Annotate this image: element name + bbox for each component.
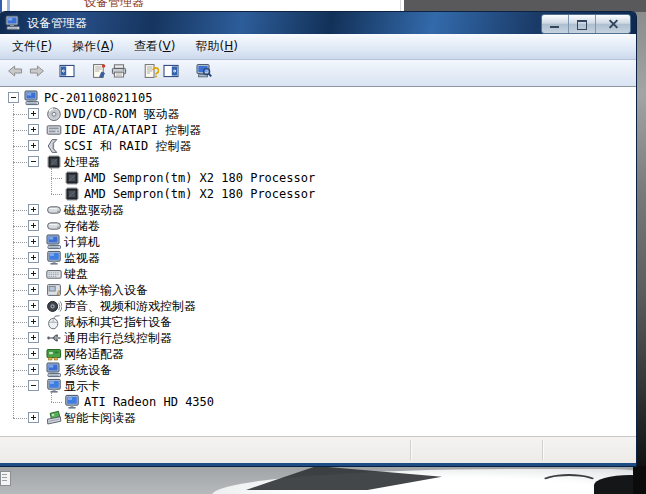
print-icon (111, 63, 127, 83)
expander-plus-icon[interactable] (28, 124, 39, 135)
status-separator (410, 440, 411, 460)
tree-connector-line (13, 338, 27, 339)
help-menu[interactable]: 帮助(H) (187, 36, 245, 57)
tree-connector-line (13, 162, 27, 163)
wallpaper-car-headlight (540, 474, 598, 491)
back-arrow-button[interactable] (6, 64, 24, 82)
smart-card-reader-icon (46, 410, 62, 426)
computer-icon (46, 234, 62, 250)
expander-plus-icon[interactable] (28, 204, 39, 215)
expander-plus-icon[interactable] (28, 268, 39, 279)
tree-item[interactable]: 处理器 (0, 154, 636, 170)
usb-icon (46, 330, 62, 346)
action-pane-icon (163, 63, 179, 83)
tree-connector-line (13, 274, 27, 275)
tree-connector-line (13, 354, 27, 355)
tree-item[interactable]: 人体学输入设备 (0, 282, 636, 298)
tree-connector-line (13, 258, 27, 259)
expander-plus-icon[interactable] (28, 140, 39, 151)
maximize-button[interactable] (569, 15, 596, 33)
background-dark-area (404, 0, 646, 12)
processor-icon (64, 170, 80, 186)
expander-plus-icon[interactable] (28, 108, 39, 119)
monitor-icon (46, 378, 62, 394)
background-window-edge (0, 0, 2, 12)
tree-item[interactable]: 网络适配器 (0, 346, 636, 362)
tree-item-label: DVD/CD-ROM 驱动器 (64, 106, 179, 122)
tree-connector-line (13, 226, 27, 227)
action-menu[interactable]: 操作(A) (64, 36, 122, 57)
expander-plus-icon[interactable] (28, 364, 39, 375)
tree-item[interactable]: 鼠标和其它指针设备 (0, 314, 636, 330)
scsi-controller-icon (46, 138, 62, 154)
tree-item-label: 显示卡 (64, 378, 100, 394)
tree-item[interactable]: 监视器 (0, 250, 636, 266)
tree-view-panel: PC-201108021105DVD/CD-ROM 驱动器IDE ATA/ATA… (0, 86, 636, 436)
background-window-strip: 设备管理器 (0, 0, 646, 12)
forward-arrow-button[interactable] (28, 64, 46, 82)
expander-plus-icon[interactable] (28, 316, 39, 327)
title-bar[interactable]: 设备管理器 (0, 12, 636, 34)
device-tree: PC-201108021105DVD/CD-ROM 驱动器IDE ATA/ATA… (0, 87, 636, 436)
tree-item[interactable]: AMD Sempron(tm) X2 180 Processor (0, 170, 636, 186)
tree-item[interactable]: 显示卡 (0, 378, 636, 394)
tree-item-label: 计算机 (64, 234, 100, 250)
desktop-wallpaper-bottom (0, 466, 646, 494)
tree-connector-line (13, 370, 27, 371)
tree-connector-line (51, 392, 52, 402)
tree-item[interactable]: IDE ATA/ATAPI 控制器 (0, 122, 636, 138)
expander-minus-icon[interactable] (28, 156, 39, 167)
tree-item[interactable]: 智能卡阅读器 (0, 410, 636, 426)
expander-minus-icon[interactable] (8, 92, 19, 103)
file-menu[interactable]: 文件(F) (4, 36, 60, 57)
console-tree-button[interactable] (58, 64, 76, 82)
console-tree-icon (59, 63, 75, 83)
background-divider (400, 0, 401, 12)
tree-item[interactable]: AMD Sempron(tm) X2 180 Processor (0, 186, 636, 202)
expander-plus-icon[interactable] (28, 300, 39, 311)
expander-plus-icon[interactable] (28, 348, 39, 359)
tree-connector-line (51, 402, 62, 403)
mouse-icon (46, 314, 62, 330)
tree-connector-line (13, 306, 27, 307)
tree-item[interactable]: ATI Radeon HD 4350 (0, 394, 636, 410)
tree-item-label: 声音、视频和游戏控制器 (64, 298, 196, 314)
tree-connector-line (13, 210, 27, 211)
expander-plus-icon[interactable] (28, 412, 39, 423)
sound-icon (46, 298, 62, 314)
minimize-icon (550, 26, 559, 28)
expander-plus-icon[interactable] (28, 220, 39, 231)
action-pane-button[interactable] (162, 64, 180, 82)
tree-item[interactable]: 通用串行总线控制器 (0, 330, 636, 346)
tree-item[interactable]: 磁盘驱动器 (0, 202, 636, 218)
computer-icon (46, 362, 62, 378)
expander-plus-icon[interactable] (28, 284, 39, 295)
desktop-document-icon[interactable] (0, 471, 11, 486)
expander-plus-icon[interactable] (28, 332, 39, 343)
tree-item[interactable]: DVD/CD-ROM 驱动器 (0, 106, 636, 122)
tree-item-label: IDE ATA/ATAPI 控制器 (64, 122, 201, 138)
cd-drive-icon (46, 106, 62, 122)
expander-plus-icon[interactable] (28, 252, 39, 263)
view-menu[interactable]: 查看(V) (126, 36, 184, 57)
help-button[interactable] (142, 64, 160, 82)
window-title: 设备管理器 (27, 15, 87, 32)
properties-button[interactable] (90, 64, 108, 82)
tree-item[interactable]: SCSI 和 RAID 控制器 (0, 138, 636, 154)
print-button[interactable] (110, 64, 128, 82)
tree-item-label: 通用串行总线控制器 (64, 330, 172, 346)
expander-plus-icon[interactable] (28, 236, 39, 247)
tree-item[interactable]: 计算机 (0, 234, 636, 250)
tree-item[interactable]: PC-201108021105 (0, 90, 636, 106)
close-button[interactable] (596, 15, 630, 33)
tree-item[interactable]: 系统设备 (0, 362, 636, 378)
minimize-button[interactable] (542, 15, 569, 33)
tree-item[interactable]: 键盘 (0, 266, 636, 282)
monitor-icon (46, 250, 62, 266)
scan-hardware-button[interactable] (195, 64, 213, 82)
tree-item-label: 键盘 (64, 266, 88, 282)
properties-icon (91, 63, 107, 83)
expander-minus-icon[interactable] (28, 380, 39, 391)
tree-item[interactable]: 声音、视频和游戏控制器 (0, 298, 636, 314)
tree-item[interactable]: 存储卷 (0, 218, 636, 234)
